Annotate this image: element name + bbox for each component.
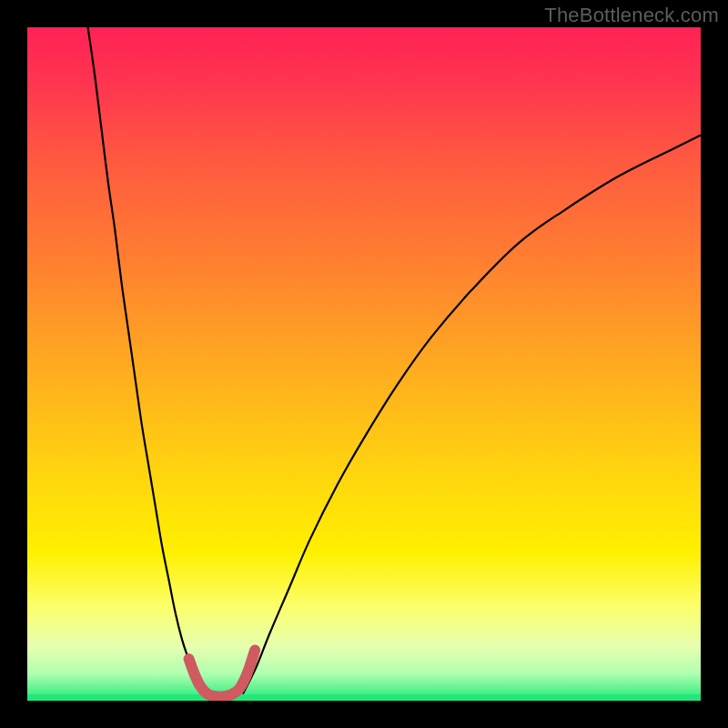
chart-plot bbox=[27, 27, 701, 701]
chart-background bbox=[27, 27, 701, 701]
watermark-text: TheBottleneck.com bbox=[544, 4, 719, 27]
chart-baseline bbox=[27, 694, 701, 701]
chart-frame bbox=[27, 27, 701, 701]
